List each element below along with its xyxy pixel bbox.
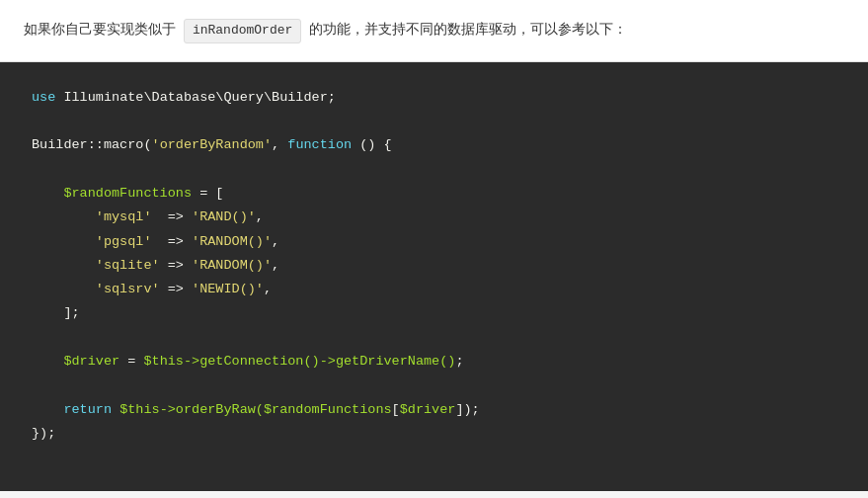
line-5: 'pgsql' => 'RANDOM()', <box>32 230 836 254</box>
line-2: Builder::macro('orderByRandom', function… <box>32 133 836 157</box>
line-blank-3 <box>32 326 836 350</box>
line-11: }); <box>32 422 836 446</box>
line-4: 'mysql' => 'RAND()', <box>32 206 836 229</box>
line-7: 'sqlsrv' => 'NEWID()', <box>32 278 836 301</box>
inline-code: inRandomOrder <box>184 19 301 43</box>
line-10: return $this->orderByRaw($randomFunction… <box>32 398 836 422</box>
code-block: use Illuminate\Database\Query\Builder; B… <box>0 62 868 491</box>
desc-prefix: 如果你自己要实现类似于 <box>24 21 176 37</box>
line-blank-1 <box>32 110 836 133</box>
line-8: ]; <box>32 301 836 325</box>
line-9: $driver = $this->getConnection()->getDri… <box>32 350 836 374</box>
line-blank-4 <box>32 374 836 397</box>
line-1: use Illuminate\Database\Query\Builder; <box>32 86 836 110</box>
desc-suffix: 的功能，并支持不同的数据库驱动，可以参考以下： <box>309 21 627 37</box>
description-bar: 如果你自己要实现类似于 inRandomOrder 的功能，并支持不同的数据库驱… <box>0 0 868 62</box>
line-6: 'sqlite' => 'RANDOM()', <box>32 254 836 278</box>
line-blank-2 <box>32 158 836 182</box>
line-3: $randomFunctions = [ <box>32 182 836 206</box>
